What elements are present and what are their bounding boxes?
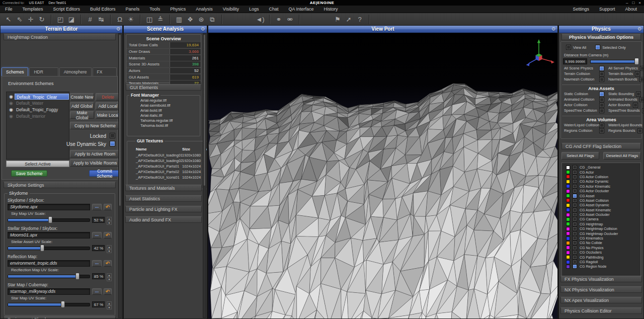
menu-item[interactable]: QA Interface [284,7,319,12]
collapsed-section-bar[interactable]: FX Physics Visualization [560,276,642,282]
spin-up-icon[interactable]: ▲ [107,273,112,277]
select-all-flags-button[interactable]: Select All Flags [561,152,599,160]
flag-row[interactable]: CG Region Node [562,264,640,269]
physics-checkbox[interactable] [599,92,604,97]
spin-up-icon[interactable]: ▲ [107,217,112,221]
scheme-list-item[interactable]: ◉ Default_Tropic_Clear [7,93,69,100]
flag-checkbox[interactable] [573,250,577,255]
font-list-item[interactable]: Tahoma-regular.tff [127,118,200,123]
map-file-input[interactable] [8,288,90,295]
flag-checkbox[interactable] [573,264,577,269]
flag-row[interactable]: CG Pathfinding [562,255,640,259]
flag-checkbox[interactable] [573,246,577,250]
view-mode-checkbox[interactable] [595,45,600,50]
collapsed-section-bar[interactable]: Audio and Sound FX [125,216,202,223]
viewport-header[interactable]: View Port ⚙ [208,26,557,33]
physics-checkbox[interactable] [636,92,641,97]
script-page-icon[interactable]: ⧉ [207,15,222,24]
terrain-scrollbar[interactable] [118,33,122,318]
gear-icon[interactable]: ⚙ [116,26,121,33]
make-local-button[interactable]: Make Local [96,111,120,119]
flag-row[interactable]: CG Actor Collision [562,175,640,179]
flag-row[interactable]: CG No Collide [562,241,640,245]
select-active-button[interactable]: Select Active [6,161,69,167]
spin-up-icon[interactable]: ▲ [107,245,112,249]
flag-row[interactable]: CG Actor Kinematic [562,184,640,189]
spin-down-icon[interactable]: ▼ [107,221,112,225]
physics-checkbox[interactable] [599,128,604,133]
map-file-input[interactable] [8,260,90,267]
spinner[interactable]: ▲▼ [107,301,112,308]
texture-row[interactable]: _APXDefaultGUI_loading02 1920x1080 1 [133,158,207,164]
create-new-button[interactable]: Create New [70,93,94,101]
undo-icon[interactable]: ↶ [104,288,112,295]
physics-checkbox[interactable] [599,108,604,113]
asset-library-icon[interactable]: ▥ [174,15,185,24]
flag-row[interactable]: CG Heightmap Collision [562,226,640,231]
menu-item[interactable]: Tools [144,7,165,12]
flag-list[interactable]: CG _General CG Actor CG Actor Collision [561,163,641,276]
environment-blends-section[interactable]: Environment Blends [4,316,116,319]
physics-checkbox[interactable] [599,123,604,128]
place-asset-icon[interactable]: ❖ [185,15,196,24]
slider-handle[interactable] [61,301,65,308]
flag-checkbox[interactable] [573,241,577,245]
align-edges-icon[interactable]: ↹ [96,15,111,24]
add-local-button[interactable]: Add Local [96,102,120,110]
import-pointer-icon[interactable]: ↖ [3,15,14,24]
menu-item[interactable]: Script Editors [48,7,86,12]
flag-checkbox[interactable] [573,208,577,212]
menu-item[interactable]: Templates [18,7,48,12]
delete-button[interactable]: Delete [96,93,120,101]
font-list-item[interactable]: Arial-bold.tff [127,108,200,113]
minimize-button[interactable]: – [626,1,628,5]
menu-item[interactable]: Physics [165,7,191,12]
flag-row[interactable]: CG Asset Collision [562,198,640,203]
flag-checkbox[interactable] [573,179,577,184]
flag-row[interactable]: CG Asset Kinematic [562,208,640,212]
undo-icon[interactable]: ↶ [104,204,112,210]
map-file-input[interactable] [8,204,90,210]
gear-icon[interactable]: ⚙ [551,26,556,33]
commit-scheme-button[interactable]: Commit Scheme [89,170,120,177]
menu-item[interactable]: Settings [568,7,594,12]
flag-row[interactable]: CG No Physics [562,246,640,250]
flag-checkbox[interactable] [573,226,577,231]
flag-row[interactable]: CG Asset [562,193,640,198]
skydome-settings-section[interactable]: Skydome Settings [4,182,116,188]
slider-handle[interactable] [40,245,44,252]
scene-analysis-header[interactable]: Scene Analysis ⚙ [124,26,207,33]
collapsed-section-bar[interactable]: Physics Collision Editor [560,307,642,314]
probe-icon[interactable]: ◫ [144,15,155,24]
scheme-list-item[interactable]: ◉ Default_Tropic_Foggy [7,106,69,113]
physics-checkbox[interactable] [635,71,640,76]
link-icon[interactable]: ⚭ [273,15,284,24]
menu-item[interactable]: File [0,7,18,12]
spinner[interactable]: ▲▼ [107,245,112,252]
browse-button[interactable]: ... [92,288,102,295]
flag-checkbox[interactable] [573,194,577,198]
uv-scale-value[interactable]: 67 % [92,301,105,307]
crop-view-icon[interactable]: ◪ [66,15,81,24]
flag-checkbox[interactable] [573,260,577,264]
flag-checkbox[interactable] [573,236,577,241]
distance-input[interactable] [563,58,587,64]
flag-checkbox[interactable] [573,203,577,207]
view-mode-checkbox[interactable] [566,45,571,50]
audio-icon[interactable]: ◄) [255,15,270,24]
flag-row[interactable]: CG Actor Occluder [562,189,640,193]
menu-item[interactable]: History [319,7,343,12]
flag-row[interactable]: CG Heightmap [562,222,640,226]
flag-row[interactable]: CG Asset Dynamic [562,203,640,207]
uv-scale-value[interactable]: 52 % [92,217,105,223]
flag-row[interactable]: CG Kinematics [562,236,640,241]
terrain-editor-header[interactable]: Terrain Editor ⚙ [1,26,122,33]
scheme-label[interactable]: Default_Water [15,100,69,106]
apply-to-visible-rooms-button[interactable]: Apply to Visible Rooms [70,159,120,167]
terrain-level-icon[interactable]: ≜ [155,15,170,24]
locked-checkbox[interactable] [110,133,115,138]
unlink-icon[interactable]: ⚮ [284,15,299,24]
physics-checkbox[interactable] [633,103,638,108]
font-list-item[interactable]: Arial-regular.tff [127,98,200,103]
flag-checkbox[interactable] [573,222,577,226]
